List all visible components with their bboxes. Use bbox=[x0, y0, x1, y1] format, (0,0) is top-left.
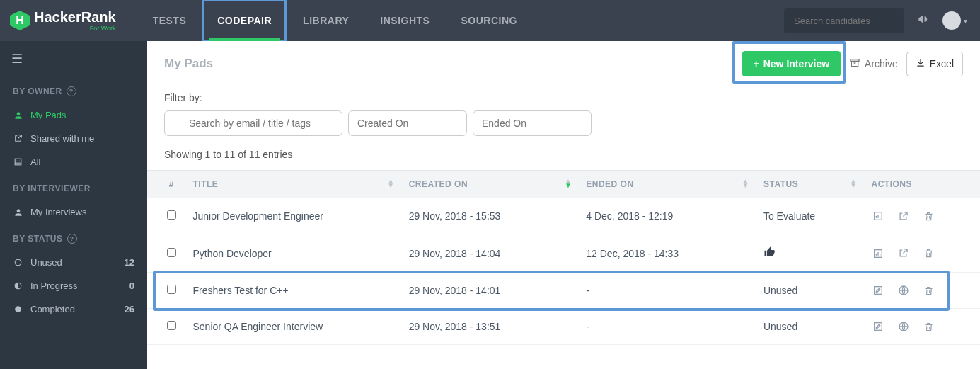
table-row: Senior QA Engineer Interview29 Nov, 2018… bbox=[147, 309, 980, 345]
svg-point-5 bbox=[15, 306, 21, 312]
trash-icon[interactable] bbox=[923, 210, 935, 222]
main: My Pads + New Interview Archive Excel bbox=[147, 41, 980, 369]
col-actions: ACTIONS bbox=[865, 171, 981, 198]
row-status: To Evaluate bbox=[756, 198, 865, 234]
globe-icon[interactable] bbox=[897, 320, 910, 333]
sidebar-head-owner: BY OWNER? bbox=[0, 76, 147, 103]
sidebar-item-shared[interactable]: Shared with me bbox=[0, 127, 147, 150]
new-interview-button[interactable]: + New Interview bbox=[742, 51, 841, 76]
row-title[interactable]: Senior QA Engineer Interview bbox=[185, 309, 401, 345]
sidebar-item-all[interactable]: All bbox=[0, 150, 147, 174]
avatar bbox=[942, 11, 961, 30]
tab-tests[interactable]: TESTS bbox=[137, 0, 202, 41]
search-candidates-input[interactable] bbox=[784, 8, 904, 33]
logo[interactable]: H HackerRank For Work bbox=[10, 10, 116, 32]
row-checkbox[interactable] bbox=[167, 321, 176, 330]
open-icon[interactable] bbox=[897, 210, 910, 222]
sidebar-item-in-progress[interactable]: In Progress 0 bbox=[0, 274, 147, 297]
person-icon bbox=[13, 208, 23, 217]
row-status bbox=[756, 234, 865, 273]
row-created: 29 Nov, 2018 - 13:51 bbox=[402, 309, 580, 345]
sidebar-item-completed[interactable]: Completed 26 bbox=[0, 297, 147, 321]
trash-icon[interactable] bbox=[923, 320, 935, 333]
help-icon[interactable]: ? bbox=[67, 86, 76, 96]
filter-label: Filter by: bbox=[164, 92, 963, 103]
row-ended: - bbox=[579, 309, 756, 345]
filter-search-input[interactable] bbox=[164, 110, 342, 136]
col-ended[interactable]: ENDED ON▲▼ bbox=[579, 171, 756, 198]
row-checkbox[interactable] bbox=[167, 285, 176, 294]
circle-half-icon bbox=[13, 281, 23, 290]
circle-empty-icon bbox=[13, 258, 23, 267]
row-created: 29 Nov, 2018 - 15:53 bbox=[402, 198, 580, 234]
tab-insights[interactable]: INSIGHTS bbox=[364, 0, 445, 41]
sidebar-item-my-interviews[interactable]: My Interviews bbox=[0, 200, 147, 224]
showing-text: Showing 1 to 11 of 11 entries bbox=[147, 149, 980, 170]
row-title[interactable]: Junior Development Engineer bbox=[185, 198, 401, 234]
col-created[interactable]: CREATED ON▲▼ bbox=[402, 171, 580, 198]
archive-button[interactable]: Archive bbox=[849, 57, 898, 71]
nav-right: ▾ bbox=[784, 8, 980, 33]
col-title[interactable]: TITLE▲▼ bbox=[185, 171, 401, 198]
logo-icon: H bbox=[10, 11, 30, 30]
person-icon bbox=[13, 110, 23, 120]
row-checkbox[interactable] bbox=[167, 210, 176, 220]
trash-icon[interactable] bbox=[923, 284, 935, 297]
logo-subtext: For Work bbox=[34, 25, 116, 32]
user-menu[interactable]: ▾ bbox=[942, 11, 967, 30]
sidebar-head-status: BY STATUS? bbox=[0, 224, 147, 251]
sidebar-item-unused[interactable]: Unused 12 bbox=[0, 251, 147, 274]
globe-icon[interactable] bbox=[897, 284, 910, 297]
top-nav: H HackerRank For Work TESTS CODEPAIR LIB… bbox=[0, 0, 980, 41]
edit-icon[interactable] bbox=[872, 320, 884, 333]
report-icon[interactable] bbox=[872, 247, 884, 260]
row-created: 29 Nov, 2018 - 14:01 bbox=[402, 273, 580, 309]
share-icon bbox=[13, 134, 23, 143]
col-status[interactable]: STATUS▲▼ bbox=[756, 171, 865, 198]
table-row: Freshers Test for C++29 Nov, 2018 - 14:0… bbox=[147, 273, 980, 309]
row-created: 29 Nov, 2018 - 14:04 bbox=[402, 234, 580, 273]
list-icon bbox=[13, 157, 23, 166]
circle-full-icon bbox=[13, 305, 23, 314]
svg-rect-11 bbox=[874, 287, 882, 295]
svg-rect-6 bbox=[851, 59, 859, 61]
tab-library[interactable]: LIBRARY bbox=[287, 0, 364, 41]
main-header: My Pads + New Interview Archive Excel bbox=[147, 41, 980, 86]
hamburger-icon[interactable]: ☰ bbox=[0, 41, 147, 76]
row-title[interactable]: Python Developer bbox=[185, 234, 401, 273]
row-checkbox[interactable] bbox=[167, 248, 176, 257]
row-status: Unused bbox=[756, 309, 865, 345]
svg-point-3 bbox=[15, 259, 21, 266]
trash-icon[interactable] bbox=[923, 247, 935, 260]
tab-codepair[interactable]: CODEPAIR bbox=[202, 0, 287, 41]
download-icon bbox=[916, 58, 926, 70]
sidebar: ☰ BY OWNER? My Pads Shared with me All B… bbox=[0, 41, 147, 369]
tab-sourcing[interactable]: SOURCING bbox=[445, 0, 532, 41]
filter-created-on[interactable] bbox=[348, 110, 467, 136]
thumbs-up-icon bbox=[763, 249, 776, 261]
row-title[interactable]: Freshers Test for C++ bbox=[185, 273, 401, 309]
row-ended: 4 Dec, 2018 - 12:19 bbox=[579, 198, 756, 234]
nav-tabs: TESTS CODEPAIR LIBRARY INSIGHTS SOURCING bbox=[137, 0, 533, 41]
filter-ended-on[interactable] bbox=[473, 110, 592, 136]
sidebar-head-interviewer: BY INTERVIEWER bbox=[0, 174, 147, 200]
excel-button[interactable]: Excel bbox=[906, 52, 963, 76]
announcement-icon[interactable] bbox=[917, 13, 930, 29]
sidebar-item-my-pads[interactable]: My Pads bbox=[0, 103, 147, 127]
help-icon[interactable]: ? bbox=[67, 234, 77, 244]
table-row: Junior Development Engineer29 Nov, 2018 … bbox=[147, 198, 980, 234]
open-icon[interactable] bbox=[897, 247, 910, 260]
pads-table: # TITLE▲▼ CREATED ON▲▼ ENDED ON▲▼ STATUS… bbox=[147, 170, 980, 345]
report-icon[interactable] bbox=[872, 210, 884, 222]
row-ended: - bbox=[579, 273, 756, 309]
chevron-down-icon: ▾ bbox=[964, 17, 967, 25]
edit-icon[interactable] bbox=[872, 284, 884, 297]
svg-rect-0 bbox=[15, 159, 21, 165]
row-status: Unused bbox=[756, 273, 865, 309]
col-num: # bbox=[147, 171, 185, 198]
page-title: My Pads bbox=[164, 57, 213, 71]
filter-row: Filter by: bbox=[147, 86, 980, 149]
archive-icon bbox=[849, 57, 860, 71]
table-row: Python Developer29 Nov, 2018 - 14:0412 D… bbox=[147, 234, 980, 273]
plus-icon: + bbox=[754, 58, 759, 69]
